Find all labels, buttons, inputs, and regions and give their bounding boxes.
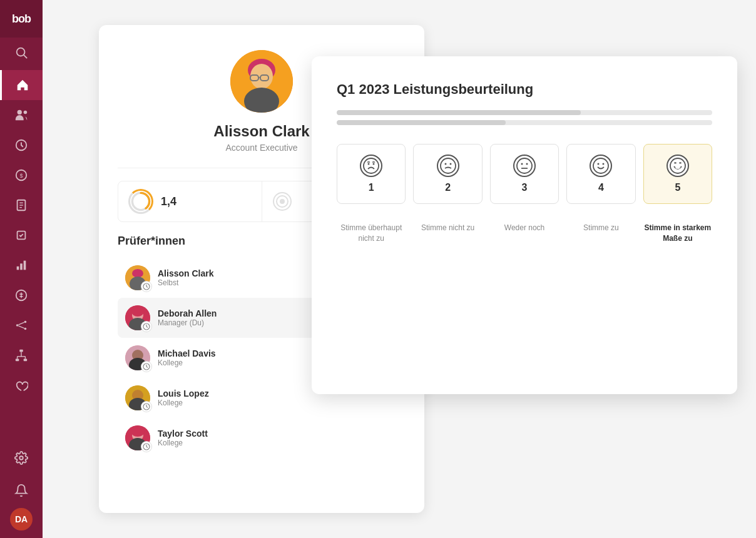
sidebar-item-people[interactable] [0, 100, 43, 130]
rating-label-3: Weder noch [490, 223, 559, 244]
svg-point-72 [131, 427, 145, 437]
svg-line-23 [18, 326, 24, 328]
rating-labels: Stimme überhaupt nicht zu Stimme nicht z… [337, 223, 712, 244]
face-3 [513, 155, 536, 177]
sidebar-item-home[interactable] [0, 70, 43, 100]
rating-number-2: 2 [445, 182, 451, 193]
score-circle [128, 189, 153, 214]
sidebar-item-tasks[interactable] [0, 220, 43, 250]
svg-point-21 [24, 328, 27, 330]
benefits-icon [14, 378, 28, 392]
reviewer-clock-4 [141, 402, 151, 412]
svg-rect-25 [16, 359, 19, 362]
svg-text:$: $ [19, 173, 23, 179]
rating-option-1[interactable]: 1 [337, 144, 406, 204]
bell-icon [14, 484, 28, 497]
rating-option-4[interactable]: 4 [566, 144, 635, 204]
rating-option-3[interactable]: 3 [490, 144, 559, 204]
svg-point-20 [24, 321, 27, 323]
dollar-icon: $ [14, 168, 28, 182]
svg-point-78 [368, 163, 370, 165]
svg-point-84 [521, 163, 523, 165]
face-2 [437, 155, 459, 177]
svg-line-63 [146, 367, 148, 368]
svg-rect-24 [19, 350, 23, 352]
progress-bar-fill-2 [337, 120, 506, 125]
sidebar-item-docs[interactable] [0, 190, 43, 220]
svg-point-81 [444, 163, 446, 165]
rating-label-5: Stimme in starkem Maße zu [643, 223, 712, 244]
svg-rect-26 [24, 359, 27, 362]
reviewer-role-5: Kollege [158, 439, 398, 447]
sidebar-item-notifications[interactable] [0, 475, 43, 505]
document-icon [14, 198, 28, 212]
sidebar-item-reports[interactable] [0, 250, 43, 280]
reviewer-clock-2 [141, 322, 151, 332]
svg-point-85 [526, 163, 528, 165]
face-svg-4 [592, 157, 610, 175]
target-icon [272, 191, 292, 211]
score-value: 1,4 [161, 195, 176, 208]
svg-rect-12 [17, 266, 19, 270]
tasks-icon [14, 228, 28, 242]
svg-point-79 [373, 163, 375, 165]
profile-avatar [230, 50, 293, 113]
profile-stat-score: 1,4 [118, 181, 262, 221]
user-avatar[interactable]: DA [10, 508, 33, 530]
logo-text: bob [12, 13, 31, 26]
sidebar-item-compensation[interactable] [0, 280, 43, 310]
settings-icon [14, 451, 28, 465]
sidebar-item-org[interactable] [0, 340, 43, 370]
svg-point-90 [670, 158, 685, 173]
progress-bar-row-1 [337, 110, 712, 115]
compensation-icon [14, 288, 28, 302]
sidebar-item-benefits[interactable] [0, 370, 43, 400]
progress-bar-bg-1 [337, 110, 712, 115]
rating-options: 1 2 [337, 144, 712, 204]
sidebar-search[interactable] [0, 38, 43, 68]
rating-card: Q1 2023 Leistungsbeurteilung [312, 56, 737, 394]
sidebar-item-workflows[interactable] [0, 310, 43, 340]
svg-point-31 [19, 456, 23, 460]
face-4 [590, 155, 612, 177]
svg-point-34 [250, 64, 273, 89]
sidebar-item-finance[interactable]: $ [0, 160, 43, 190]
workflows-icon [14, 318, 28, 332]
svg-point-83 [517, 158, 532, 173]
svg-rect-13 [20, 263, 23, 270]
search-icon [14, 46, 28, 59]
svg-point-46 [132, 269, 143, 278]
progress-bar-fill-1 [337, 110, 581, 115]
svg-rect-14 [24, 261, 26, 270]
face-svg-3 [516, 157, 533, 175]
sidebar-item-time[interactable] [0, 130, 43, 160]
sidebar-item-settings[interactable] [0, 443, 43, 473]
reviewer-avatar-wrap-5 [125, 425, 150, 450]
svg-point-88 [598, 163, 600, 165]
reviewer-clock-1 [141, 282, 151, 292]
reviewer-clock-3 [141, 362, 151, 372]
sidebar-logo[interactable]: bob [0, 0, 43, 38]
reviewer-avatar-wrap-4 [125, 385, 150, 410]
rating-title: Q1 2023 Leistungsbeurteilung [337, 81, 712, 98]
rating-option-5[interactable]: 5 [643, 144, 712, 204]
reviewer-avatar-wrap [125, 265, 150, 290]
people-icon [14, 108, 28, 122]
rating-label-1: Stimme überhaupt nicht zu [337, 223, 406, 244]
rating-number-4: 4 [598, 182, 604, 193]
reviewer-avatar-wrap-3 [125, 345, 150, 370]
svg-line-22 [18, 322, 24, 325]
svg-point-3 [24, 111, 27, 114]
sidebar-nav: $ [0, 68, 43, 443]
reviewer-avatar-wrap-2 [125, 305, 150, 330]
main-area: Alisson Clark Account Executive 1,4 [43, 0, 756, 538]
reviewer-role-4: Kollege [158, 398, 398, 407]
clock-icon [14, 138, 28, 152]
rating-option-2[interactable]: 2 [413, 144, 482, 204]
svg-point-2 [18, 110, 22, 114]
reviewer-item-5[interactable]: Taylor Scott Kollege [118, 418, 406, 458]
svg-line-76 [146, 447, 148, 448]
progress-bar-row-2 [337, 120, 712, 125]
svg-point-0 [17, 48, 25, 56]
svg-point-82 [449, 163, 451, 165]
